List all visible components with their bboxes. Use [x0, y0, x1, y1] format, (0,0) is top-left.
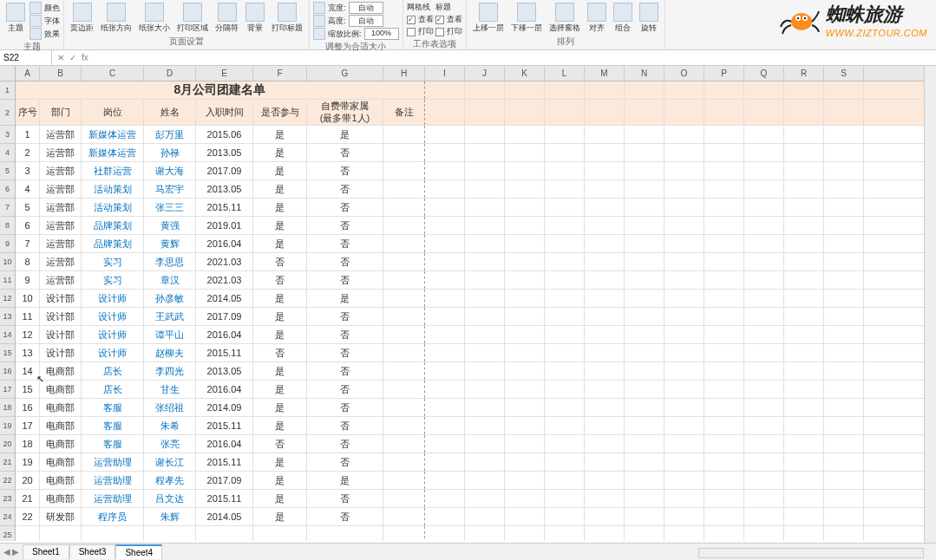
cell[interactable]: 李四光: [144, 362, 196, 380]
table-header-cell[interactable]: 姓名: [144, 100, 196, 125]
cell[interactable]: 否: [307, 326, 383, 343]
cell[interactable]: 李思思: [144, 253, 196, 270]
cell[interactable]: [625, 344, 664, 361]
cell[interactable]: [545, 508, 585, 525]
cell[interactable]: [784, 253, 824, 270]
row-header[interactable]: 7: [0, 199, 15, 217]
cell[interactable]: [784, 144, 824, 161]
cell[interactable]: [425, 271, 465, 289]
cell[interactable]: [625, 253, 664, 270]
cell[interactable]: [505, 235, 545, 252]
cell[interactable]: 3: [16, 162, 40, 179]
cell[interactable]: [824, 271, 864, 289]
cell[interactable]: [545, 381, 585, 398]
cell[interactable]: [625, 362, 664, 380]
cell[interactable]: [144, 526, 196, 541]
cell[interactable]: [784, 344, 824, 361]
cell[interactable]: 4: [16, 180, 40, 198]
print-checkbox[interactable]: 打印: [435, 26, 462, 37]
cell[interactable]: 否: [307, 508, 383, 525]
cell[interactable]: [784, 100, 824, 125]
cell[interactable]: [704, 290, 744, 307]
cell[interactable]: [505, 180, 545, 198]
cell[interactable]: 2017.09: [196, 472, 253, 489]
cell[interactable]: [784, 417, 824, 434]
cell[interactable]: [585, 453, 625, 471]
cell[interactable]: [744, 235, 784, 252]
cell[interactable]: [784, 81, 824, 99]
cell[interactable]: [585, 417, 625, 434]
cell[interactable]: 品牌策划: [82, 217, 144, 234]
cell[interactable]: [625, 271, 664, 289]
row-header[interactable]: 13: [0, 308, 15, 326]
cell[interactable]: [505, 271, 545, 289]
scale-combo[interactable]: 自动: [349, 2, 383, 14]
cell[interactable]: [545, 271, 585, 289]
cell[interactable]: [664, 271, 704, 289]
cell[interactable]: 15: [16, 381, 40, 398]
cell[interactable]: [824, 308, 864, 325]
cell[interactable]: 是: [253, 180, 307, 198]
page-setup-button[interactable]: 打印标题: [269, 2, 305, 35]
cell[interactable]: 是: [253, 417, 307, 434]
cell[interactable]: [425, 472, 465, 489]
column-header[interactable]: G: [307, 66, 383, 81]
cell[interactable]: [425, 362, 465, 380]
cell[interactable]: [425, 308, 465, 325]
cell[interactable]: [704, 453, 744, 471]
cell[interactable]: 2016.04: [196, 235, 253, 252]
cell[interactable]: 16: [16, 399, 40, 416]
cell[interactable]: 否: [307, 453, 383, 471]
cell[interactable]: [585, 271, 625, 289]
cell[interactable]: [383, 290, 425, 307]
table-header-cell[interactable]: 部门: [40, 100, 82, 125]
cell[interactable]: 运营助理: [82, 453, 144, 471]
cell[interactable]: [625, 308, 664, 325]
cell[interactable]: [664, 381, 704, 398]
cell[interactable]: 是: [253, 399, 307, 416]
cell[interactable]: [383, 362, 425, 380]
cell[interactable]: [545, 435, 585, 453]
row-header[interactable]: 15: [0, 344, 15, 362]
arrange-button[interactable]: 对齐: [585, 2, 609, 35]
cell[interactable]: [383, 199, 425, 216]
cell[interactable]: [625, 381, 664, 398]
cell[interactable]: [625, 100, 664, 125]
cell[interactable]: [704, 271, 744, 289]
cell[interactable]: [383, 344, 425, 361]
column-header[interactable]: P: [704, 66, 744, 81]
cell[interactable]: 社群运营: [82, 162, 144, 179]
cell[interactable]: [704, 508, 744, 525]
cell[interactable]: [664, 326, 704, 343]
cell[interactable]: 否: [253, 271, 307, 289]
confirm-icon[interactable]: ✓: [69, 53, 76, 62]
column-header[interactable]: E: [196, 66, 253, 81]
cell[interactable]: [704, 81, 744, 99]
cell[interactable]: [585, 180, 625, 198]
cell[interactable]: [744, 472, 784, 489]
cell[interactable]: [465, 100, 505, 125]
cell[interactable]: [383, 144, 425, 161]
cell[interactable]: 运营部: [40, 217, 82, 234]
cell[interactable]: [545, 472, 585, 489]
cell[interactable]: [585, 100, 625, 125]
cell[interactable]: [545, 235, 585, 252]
cell[interactable]: [625, 399, 664, 416]
fx-icon[interactable]: fx: [82, 53, 88, 62]
cell[interactable]: [744, 253, 784, 270]
cells-area[interactable]: 8月公司团建名单序号部门岗位姓名入职时间是否参与自费带家属(最多带1人)备注1运…: [16, 81, 936, 541]
cell[interactable]: 品牌策划: [82, 235, 144, 252]
row-header[interactable]: 20: [0, 435, 15, 453]
cell[interactable]: [545, 100, 585, 125]
cell[interactable]: [425, 453, 465, 471]
cell[interactable]: [425, 526, 465, 541]
cell[interactable]: [585, 126, 625, 143]
cell[interactable]: 电商部: [40, 399, 82, 416]
cell[interactable]: [704, 399, 744, 416]
cell[interactable]: 否: [307, 180, 383, 198]
cell[interactable]: 2016.04: [196, 326, 253, 343]
row-header[interactable]: 22: [0, 472, 15, 490]
cell[interactable]: [784, 362, 824, 380]
cell[interactable]: [505, 217, 545, 234]
fonts-button[interactable]: 字体: [29, 15, 60, 27]
